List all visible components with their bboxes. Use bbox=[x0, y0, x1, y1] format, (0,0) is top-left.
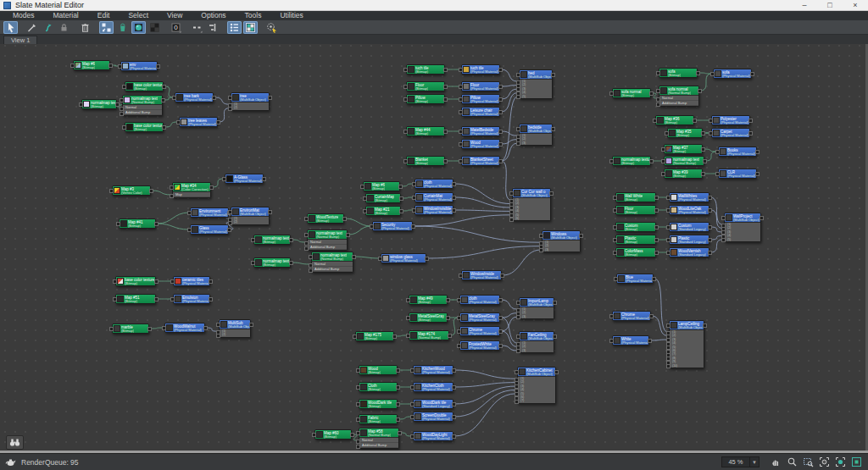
node-header[interactable]: Map #44(Bitmap) bbox=[407, 127, 444, 135]
node-header[interactable]: cloth(Physical Material) bbox=[415, 180, 453, 188]
multisub-material-node[interactable]: Cur Cur wall o(MultiSub Object)(1)(2)(3)… bbox=[512, 188, 551, 221]
node-header[interactable]: MultiSub(MultiSub Object) bbox=[220, 320, 250, 329]
node-header[interactable]: WoodWalnut(Physical Material) bbox=[165, 323, 204, 332]
material-node[interactable]: WallWhites(Physical Material) bbox=[669, 192, 709, 202]
node-header[interactable]: sofa(Bitmap) bbox=[659, 69, 697, 77]
menu-item-view[interactable]: View bbox=[158, 11, 192, 20]
node-header[interactable]: Plastic(Standard Legacy) bbox=[670, 235, 709, 244]
node-header[interactable]: Blue(Physical Material) bbox=[617, 274, 653, 283]
node-header[interactable]: Map #6(Bitmap) bbox=[74, 61, 109, 69]
node-header[interactable]: sofa normal(Bitmap) bbox=[613, 89, 650, 97]
node-header[interactable]: WoodDark tile(Standard Legacy) bbox=[414, 400, 453, 408]
material-node[interactable]: ScreenDouble(Physical Material) bbox=[413, 412, 453, 422]
node-slot[interactable]: (2) bbox=[231, 220, 269, 224]
node-header[interactable]: Map #35(Bitmap) bbox=[668, 129, 702, 137]
map-node[interactable]: MetalSteelGray(Bitmap) bbox=[409, 312, 448, 323]
node-header[interactable]: marble(Bitmap) bbox=[113, 324, 148, 333]
menu-item-tools[interactable]: Tools bbox=[236, 11, 271, 20]
multisub-material-node[interactable]: Windows(MultiSub Object)(1)(2)(3) bbox=[542, 230, 581, 252]
node-header[interactable]: BlanketSheet(Physical Material) bbox=[462, 157, 499, 165]
node-header[interactable]: Leisure chair(Physical Material) bbox=[462, 108, 499, 116]
node-header[interactable]: Polyester(Physical Material) bbox=[712, 116, 749, 124]
node-header[interactable]: tree leaves(Physical Material) bbox=[180, 118, 217, 126]
map-node[interactable]: Pillow(Bitmap) bbox=[406, 94, 445, 104]
multisub-material-node[interactable]: tree(MultiSub Object)(1)(2) bbox=[231, 92, 270, 111]
multisub-material-node[interactable]: bedside(MultiSub Object)(1)(2)(3) bbox=[519, 124, 553, 146]
node-header[interactable]: WoodVarnish(Standard Legacy) bbox=[670, 248, 709, 257]
node-header[interactable]: WoodLiteOak(Physical Material) bbox=[670, 206, 709, 214]
map-node[interactable]: Map #3(Vertex Color) bbox=[112, 185, 151, 196]
map-node[interactable]: Cloth(Bitmap) bbox=[359, 382, 398, 392]
node-header[interactable]: ColorMass(Bitmap) bbox=[616, 248, 655, 257]
map-node[interactable]: Map #39(Bitmap) bbox=[664, 169, 703, 179]
node-header[interactable]: Security(Physical Material) bbox=[373, 222, 412, 230]
map-node[interactable]: WoodDark tile(Bitmap) bbox=[359, 399, 398, 409]
node-header[interactable]: Cloth(Bitmap) bbox=[359, 383, 397, 391]
map-node[interactable]: normalmap text(Normal Bump)NormalAdditio… bbox=[122, 95, 163, 116]
node-header[interactable]: Pillow(Physical Material) bbox=[462, 95, 499, 103]
material-node[interactable]: MetalSteelGray(Physical Material) bbox=[459, 312, 500, 323]
multisub-material-node[interactable]: bed(MultiSub Object)(1)(2)(3)(4)(5) bbox=[519, 69, 553, 99]
pan-hand-button[interactable] bbox=[770, 456, 782, 468]
map-node[interactable]: normalmap texture(Bitmap) bbox=[253, 235, 291, 245]
node-header[interactable]: env(Physical Material) bbox=[121, 62, 157, 70]
node-header[interactable]: Fabric(Bitmap) bbox=[359, 415, 397, 423]
material-node[interactable]: window glass(Physical Material) bbox=[381, 253, 426, 263]
node-slot[interactable]: (2) bbox=[231, 106, 269, 109]
node-header[interactable]: FanCeiling(MultiSub Object) bbox=[520, 332, 554, 340]
map-node[interactable]: base color texture(Bitmap) bbox=[125, 81, 164, 91]
menu-item-select[interactable]: Select bbox=[119, 11, 158, 20]
material-node[interactable]: WoodWalnut(Physical Material) bbox=[164, 323, 205, 333]
node-header[interactable]: FrostedWhite(Physical Material) bbox=[460, 341, 499, 350]
map-node[interactable]: Map #34(Color Correction)Map bbox=[172, 182, 211, 198]
material-node[interactable]: WoodLiteOak(Physical Material) bbox=[669, 205, 709, 215]
node-header[interactable]: Map #175(Bitmap) bbox=[356, 332, 393, 340]
material-node[interactable]: CurtainMat(Physical Material) bbox=[415, 192, 453, 202]
multisub-material-node[interactable]: KitchenCabinet(MultiSub Object)(1)(2)(3)… bbox=[517, 367, 556, 404]
node-input-row[interactable]: Additional Bump bbox=[308, 245, 347, 250]
map-node[interactable]: Map #175(Bitmap) bbox=[355, 331, 394, 341]
node-header[interactable]: normalmap text(Normal Bump) bbox=[665, 157, 704, 165]
node-input-row[interactable]: Additional Bump bbox=[359, 443, 398, 448]
material-map-browser-button[interactable] bbox=[243, 21, 258, 34]
map-node[interactable]: Map #41(Bitmap) bbox=[119, 218, 156, 229]
node-header[interactable]: Windows(MultiSub Object) bbox=[542, 231, 580, 240]
node-slot[interactable]: (7) bbox=[518, 399, 555, 402]
map-node[interactable]: marble(Bitmap) bbox=[112, 323, 149, 334]
select-by-material-button[interactable] bbox=[264, 21, 279, 34]
node-header[interactable]: WallWhites(Physical Material) bbox=[670, 193, 709, 202]
material-node[interactable]: Glass(Physical Material) bbox=[190, 224, 229, 235]
map-node[interactable]: Map #37(Bitmap) bbox=[664, 144, 703, 154]
node-header[interactable]: normalmap texture(Bitmap) bbox=[613, 157, 650, 165]
hide-unused-nodeslots-button[interactable] bbox=[115, 21, 130, 34]
material-node[interactable]: CLR(Physical Material) bbox=[718, 169, 757, 179]
material-node[interactable]: Wood(Physical Material) bbox=[461, 139, 500, 149]
node-header[interactable]: tree(MultiSub Object) bbox=[231, 93, 269, 102]
node-header[interactable]: base color texture(Bitmap) bbox=[116, 277, 155, 285]
node-header[interactable]: Cur Cur wall o(MultiSub Object) bbox=[513, 189, 550, 197]
node-header[interactable]: Wood(Bitmap) bbox=[359, 366, 397, 374]
node-header[interactable]: KitchenCabinet(MultiSub Object) bbox=[518, 368, 555, 376]
material-node[interactable]: Blue(Physical Material) bbox=[616, 274, 654, 284]
node-header[interactable]: Map #60(Bitmap) bbox=[315, 430, 351, 439]
node-header[interactable]: Map #174(Normal Bump) bbox=[409, 331, 448, 340]
multisub-material-node[interactable]: LampCeiling(MultiSub Object)(1)(2)(3)(4)… bbox=[669, 320, 704, 368]
map-node[interactable]: normalmap texture(Bitmap) bbox=[253, 257, 291, 268]
material-node[interactable]: Plastic(Standard Legacy) bbox=[669, 235, 709, 245]
material-node[interactable]: White(Physical Material) bbox=[612, 335, 649, 346]
node-header[interactable]: Chrome(Physical Material) bbox=[460, 327, 499, 335]
node-header[interactable]: MatelBedside(Physical Material) bbox=[462, 127, 499, 135]
node-header[interactable]: base color texture(Bitmap) bbox=[125, 82, 163, 91]
map-node[interactable]: Map #60(Bitmap) bbox=[314, 429, 352, 440]
menu-item-modes[interactable]: Modes bbox=[3, 11, 44, 20]
node-header[interactable]: KitchenCloth(Physical Material) bbox=[414, 383, 453, 391]
node-header[interactable]: MetalSteelGray(Physical Material) bbox=[460, 313, 499, 322]
material-node[interactable]: cloth(Physical Material) bbox=[415, 179, 453, 189]
node-header[interactable]: White(Physical Material) bbox=[613, 336, 648, 345]
node-header[interactable]: WoodDayLight(Physical Material) bbox=[414, 432, 453, 440]
node-header[interactable]: EnvironMat(MultiSub Object) bbox=[231, 207, 269, 216]
node-slot[interactable]: (5) bbox=[725, 238, 760, 241]
map-node[interactable]: normalmap text(Normal Bump)NormalAdditio… bbox=[307, 229, 348, 251]
node-header[interactable]: Plastic(Bitmap) bbox=[616, 235, 655, 244]
node-header[interactable]: CurtainMap(Bitmap) bbox=[366, 194, 400, 202]
